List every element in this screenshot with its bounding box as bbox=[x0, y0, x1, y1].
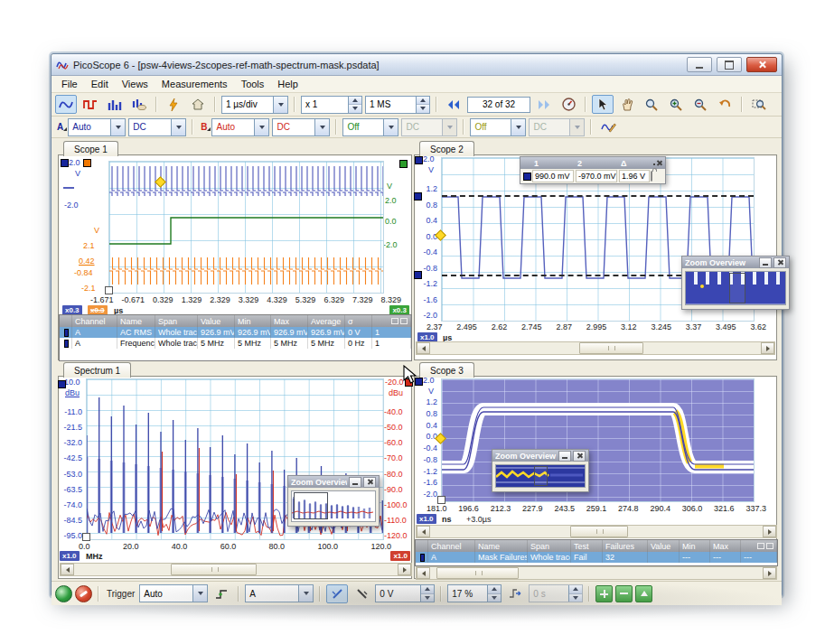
spin-up-icon[interactable] bbox=[421, 585, 434, 593]
timebase-dropdown[interactable]: 1 µs/div bbox=[221, 96, 288, 114]
scroll-left-icon[interactable] bbox=[417, 526, 430, 537]
x-axis-drag-handle[interactable] bbox=[105, 286, 113, 294]
spin-down-icon[interactable] bbox=[421, 593, 434, 602]
chevron-down-icon[interactable] bbox=[511, 119, 525, 135]
ruler2-handle[interactable] bbox=[414, 271, 422, 279]
start-capture-button[interactable] bbox=[55, 585, 72, 602]
rising-edge-button[interactable] bbox=[326, 584, 348, 603]
ruler1-line[interactable] bbox=[442, 195, 754, 197]
close-icon[interactable] bbox=[363, 477, 376, 488]
delete-measurement-button[interactable] bbox=[615, 585, 633, 602]
scroll-thumb[interactable] bbox=[171, 564, 257, 575]
custom-probes-button[interactable] bbox=[128, 95, 150, 114]
scroll-right-icon[interactable] bbox=[763, 526, 776, 537]
zoom-tool[interactable] bbox=[641, 95, 662, 114]
x-axis-drag-handle[interactable] bbox=[437, 496, 445, 504]
buffer-navigator-button[interactable] bbox=[558, 95, 579, 114]
close-icon[interactable] bbox=[573, 451, 586, 462]
chevron-down-icon[interactable] bbox=[110, 119, 125, 135]
scope3-table-scrollbar[interactable] bbox=[416, 566, 777, 580]
col-min[interactable]: Min bbox=[235, 315, 271, 327]
ref-axis-handle[interactable] bbox=[83, 159, 91, 167]
spin-down-icon[interactable] bbox=[349, 104, 361, 113]
scope3-zoom-overview[interactable]: Zoom Overview bbox=[492, 449, 589, 492]
scroll-right-icon[interactable] bbox=[761, 342, 774, 354]
col-sigma[interactable]: σ bbox=[345, 315, 372, 327]
measurement-row[interactable]: A AC RMS Whole trace 926.9 mV 926.9 mV 9… bbox=[60, 327, 411, 338]
col-count[interactable] bbox=[372, 315, 411, 327]
col-span[interactable]: Span bbox=[155, 315, 198, 327]
legend-close-icon[interactable] bbox=[656, 160, 659, 166]
undo-zoom-button[interactable] bbox=[714, 95, 736, 114]
lock-icon[interactable] bbox=[651, 171, 652, 182]
spin-down-icon[interactable] bbox=[417, 104, 429, 113]
edit-measurement-button[interactable] bbox=[635, 585, 652, 602]
chevron-down-icon[interactable] bbox=[254, 119, 268, 135]
stop-capture-button[interactable] bbox=[75, 585, 92, 602]
menu-views[interactable]: Views bbox=[116, 78, 155, 90]
scroll-thumb[interactable] bbox=[436, 567, 518, 579]
spin-up-icon[interactable] bbox=[488, 585, 501, 593]
legend-minimize-icon[interactable] bbox=[653, 163, 655, 165]
spectrum1-zoom-overview[interactable]: Zoom Overview bbox=[287, 475, 380, 527]
falling-edge-button[interactable] bbox=[351, 584, 372, 603]
trigger-mode-dropdown[interactable]: Auto bbox=[139, 584, 208, 602]
math-axis-handle[interactable] bbox=[399, 160, 408, 168]
table-controls[interactable] bbox=[391, 318, 408, 324]
col-failures[interactable]: Failures bbox=[603, 540, 648, 552]
hand-tool[interactable] bbox=[616, 95, 638, 114]
scroll-thumb[interactable] bbox=[579, 342, 644, 354]
channel-a-label[interactable]: A bbox=[55, 122, 65, 132]
chevron-down-icon[interactable] bbox=[192, 585, 207, 602]
auto-setup-button[interactable] bbox=[163, 95, 184, 114]
channel-c-range-dropdown[interactable]: Off bbox=[342, 118, 398, 136]
zoom-overview-titlebar[interactable]: Zoom Overview bbox=[492, 450, 588, 462]
spectrum1-scrollbar[interactable] bbox=[60, 563, 412, 576]
x-zoom-badge[interactable]: x1.0 bbox=[417, 514, 436, 524]
col-max[interactable]: Max bbox=[271, 315, 308, 327]
persistence-mode-button[interactable] bbox=[80, 95, 101, 114]
ruler1-handle[interactable] bbox=[414, 192, 422, 201]
channel-b-label[interactable]: B bbox=[199, 122, 209, 132]
col-value[interactable]: Value bbox=[648, 540, 680, 552]
spin-up-icon[interactable] bbox=[417, 97, 429, 105]
col-value[interactable]: Value bbox=[198, 315, 235, 327]
zoom-out-tool[interactable] bbox=[689, 95, 711, 114]
titlebar[interactable]: PicoScope 6 - [psw-4views-2scopes-ref-ma… bbox=[52, 54, 782, 76]
chevron-down-icon[interactable] bbox=[314, 119, 329, 135]
normal-selection-tool[interactable] bbox=[592, 95, 614, 114]
channel-a-coupling-dropdown[interactable]: DC bbox=[128, 118, 186, 136]
col-max[interactable]: Max bbox=[710, 540, 741, 552]
maximize-button[interactable] bbox=[717, 57, 742, 72]
scroll-left-icon[interactable] bbox=[417, 342, 430, 354]
channel-a-range-dropdown[interactable]: Auto bbox=[68, 118, 126, 136]
channel-a-axis-handle[interactable] bbox=[61, 159, 69, 167]
menu-tools[interactable]: Tools bbox=[235, 78, 271, 90]
home-button[interactable] bbox=[187, 95, 209, 114]
spin-up-icon[interactable] bbox=[349, 97, 361, 105]
x-zoom-badge-left[interactable]: x1.0 bbox=[60, 551, 80, 561]
previous-buffer-button[interactable] bbox=[443, 95, 464, 114]
minimize-icon[interactable] bbox=[349, 477, 361, 488]
trigger-source-dropdown[interactable]: A bbox=[245, 584, 314, 602]
zoom-factor-spinner[interactable]: x 1 bbox=[301, 96, 362, 114]
col-span[interactable]: Span bbox=[528, 540, 571, 552]
next-buffer-button[interactable] bbox=[533, 95, 555, 114]
col-name[interactable]: Name bbox=[475, 540, 528, 552]
marquee-zoom-tool[interactable] bbox=[748, 95, 770, 114]
menu-edit[interactable]: Edit bbox=[85, 78, 115, 90]
col-test[interactable]: Test bbox=[571, 540, 603, 552]
advanced-trigger-button[interactable] bbox=[211, 584, 232, 603]
scope-mode-button[interactable] bbox=[55, 95, 77, 114]
menu-measurements[interactable]: Measurements bbox=[155, 78, 234, 90]
zoom-overview-thumbnail[interactable] bbox=[291, 490, 376, 522]
menu-file[interactable]: File bbox=[55, 78, 84, 90]
spin-down-icon[interactable] bbox=[488, 593, 501, 602]
x-zoom-badge-right[interactable]: x1.0 bbox=[390, 551, 410, 561]
chevron-down-icon[interactable] bbox=[273, 97, 287, 113]
chevron-down-icon[interactable] bbox=[383, 119, 398, 135]
minimize-icon[interactable] bbox=[558, 451, 571, 462]
col-average[interactable]: Average bbox=[308, 315, 345, 327]
chevron-down-icon[interactable] bbox=[298, 585, 313, 602]
zoom-overview-titlebar[interactable]: Zoom Overview bbox=[682, 257, 789, 268]
